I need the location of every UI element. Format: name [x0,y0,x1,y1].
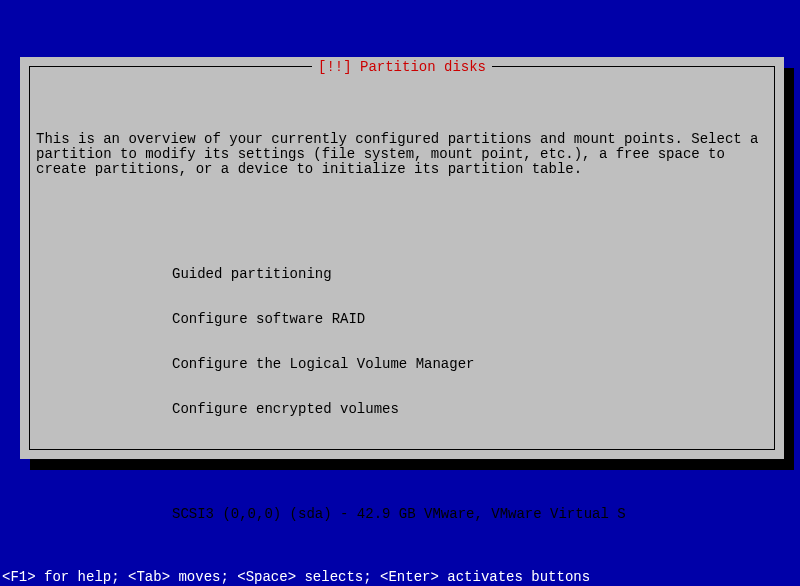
dialog-content: This is an overview of your currently co… [36,87,768,586]
intro-text: This is an overview of your currently co… [36,132,768,177]
help-bar: <F1> for help; <Tab> moves; <Space> sele… [0,570,800,586]
menu-configure-encrypted[interactable]: Configure encrypted volumes [172,402,768,417]
menu-guided-partitioning[interactable]: Guided partitioning [172,267,768,282]
partition-dialog: [!!] Partition disks This is an overview… [20,57,784,459]
top-menu: Guided partitioning Configure software R… [172,237,768,447]
disk-header[interactable]: SCSI3 (0,0,0) (sda) - 42.9 GB VMware, VM… [172,507,768,522]
dialog-title: [!!] Partition disks [20,60,784,75]
menu-configure-lvm[interactable]: Configure the Logical Volume Manager [172,357,768,372]
dialog-title-text: [!!] Partition disks [312,59,492,75]
menu-configure-raid[interactable]: Configure software RAID [172,312,768,327]
